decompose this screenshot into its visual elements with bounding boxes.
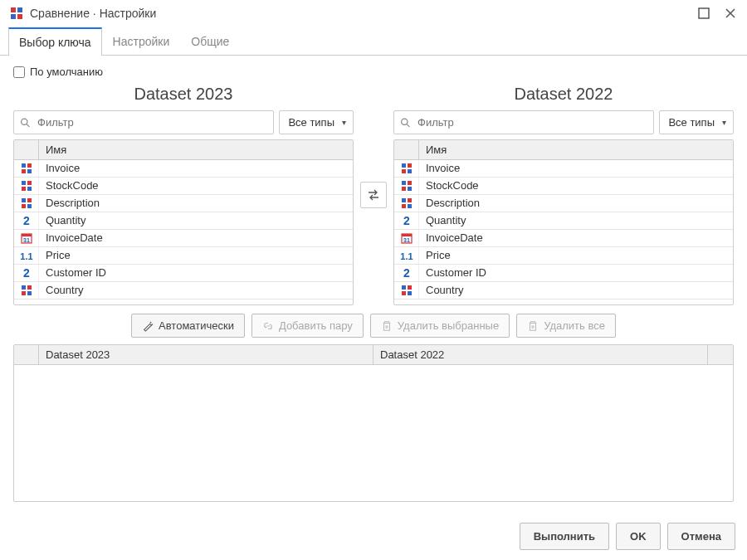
left-field-name: StockCode [39,178,353,194]
left-field-row[interactable]: 2Quantity [14,212,353,230]
type-int-icon: 2 [14,212,39,229]
execute-button[interactable]: Выполнить [520,523,609,550]
right-dataset-title: Dataset 2022 [393,85,734,104]
right-icon-header [394,140,419,159]
right-field-row[interactable]: 2Customer ID [394,265,733,282]
left-field-row[interactable]: StockCode [14,178,353,195]
default-checkbox[interactable] [13,66,25,78]
right-field-row[interactable]: 1.1Price [394,247,733,265]
right-field-row[interactable]: Country [394,282,733,299]
type-string-icon [394,178,419,194]
svg-rect-9 [27,169,32,173]
left-filter-input[interactable] [13,110,274,134]
svg-rect-49 [402,291,406,295]
right-field-name: Description [419,195,733,212]
svg-rect-39 [402,204,406,208]
left-icon-header [14,140,39,159]
delete-all-button[interactable]: Удалить все [516,314,616,338]
svg-rect-14 [22,198,26,202]
svg-rect-36 [408,187,412,191]
svg-rect-24 [22,285,26,290]
svg-rect-3 [17,14,22,19]
svg-rect-48 [408,285,412,290]
svg-text:2: 2 [403,266,410,280]
tab-key-selection[interactable]: Выбор ключа [8,27,102,56]
svg-text:1.1: 1.1 [400,251,413,261]
svg-text:2: 2 [23,214,30,227]
right-field-name: Invoice [419,160,733,177]
right-field-row[interactable]: 31InvoiceDate [394,230,733,247]
pairs-handle-header [14,345,39,364]
maximize-button[interactable] [697,7,710,20]
svg-rect-12 [22,187,26,191]
auto-button[interactable]: Автоматически [131,314,245,338]
right-field-name: StockCode [419,178,733,194]
svg-rect-50 [408,291,412,295]
left-dataset-panel: Dataset 2023 Все типы Имя InvoiceStockCo… [13,85,354,305]
right-field-row[interactable]: StockCode [394,178,733,195]
default-checkbox-label: По умолчанию [30,66,103,78]
svg-rect-2 [11,14,16,19]
trash-icon [381,320,393,332]
type-int-icon: 2 [394,265,419,281]
type-string-icon [394,282,419,299]
left-field-row[interactable]: 2Customer ID [14,265,353,282]
svg-text:1.1: 1.1 [20,251,32,261]
tab-general[interactable]: Общие [180,27,240,56]
type-string-icon [14,160,39,177]
pairs-right-header: Dataset 2022 [374,345,708,364]
type-date-icon: 31 [394,230,419,246]
svg-rect-43 [402,234,412,236]
close-button[interactable] [724,7,737,20]
left-field-row[interactable]: 31InvoiceDate [14,230,353,247]
left-field-row[interactable]: Description [14,195,353,212]
right-field-row[interactable]: Description [394,195,733,212]
svg-rect-37 [402,198,406,202]
svg-rect-47 [402,285,406,290]
svg-rect-7 [27,163,32,168]
svg-rect-27 [27,291,32,295]
delete-selected-button[interactable]: Удалить выбранные [370,314,510,338]
right-name-header: Имя [419,140,733,159]
svg-rect-0 [11,7,16,12]
right-field-table: Имя InvoiceStockCodeDescription2Quantity… [393,139,734,305]
pairs-left-header: Dataset 2023 [39,345,374,364]
right-field-name: Price [419,247,733,264]
svg-rect-33 [402,181,406,185]
left-field-row[interactable]: 1.1Price [14,247,353,265]
left-field-name: Price [39,247,353,264]
svg-rect-32 [408,169,412,173]
left-field-row[interactable]: Invoice [14,160,353,178]
type-string-icon [14,195,39,212]
svg-rect-35 [402,187,406,191]
ok-button[interactable]: OK [616,523,661,550]
svg-rect-38 [408,198,412,202]
left-field-row[interactable]: Country [14,282,353,299]
svg-rect-25 [27,285,32,290]
svg-rect-11 [27,181,32,185]
right-field-row[interactable]: 2Quantity [394,212,733,230]
svg-rect-29 [402,163,406,168]
left-field-name: Country [39,282,353,299]
right-filter-input[interactable] [393,110,654,134]
svg-rect-6 [22,163,26,168]
right-dataset-panel: Dataset 2022 Все типы Имя InvoiceStockCo… [393,85,734,305]
cancel-button[interactable]: Отмена [667,523,735,550]
svg-rect-15 [27,198,32,202]
tab-bar: Выбор ключа Настройки Общие [0,27,747,56]
svg-text:2: 2 [403,214,410,227]
left-name-header: Имя [39,140,353,159]
type-string-icon [14,178,39,194]
tab-settings[interactable]: Настройки [102,27,181,56]
left-field-name: Quantity [39,212,353,229]
svg-rect-20 [22,234,32,236]
type-string-icon [394,160,419,177]
swap-button[interactable] [360,182,387,208]
left-type-dropdown[interactable]: Все типы [279,110,354,134]
svg-rect-30 [408,163,412,168]
add-pair-button[interactable]: Добавить пару [251,314,364,338]
trash-icon [527,320,539,332]
right-type-dropdown[interactable]: Все типы [659,110,734,134]
right-field-row[interactable]: Invoice [394,160,733,178]
left-field-name: InvoiceDate [39,230,353,246]
